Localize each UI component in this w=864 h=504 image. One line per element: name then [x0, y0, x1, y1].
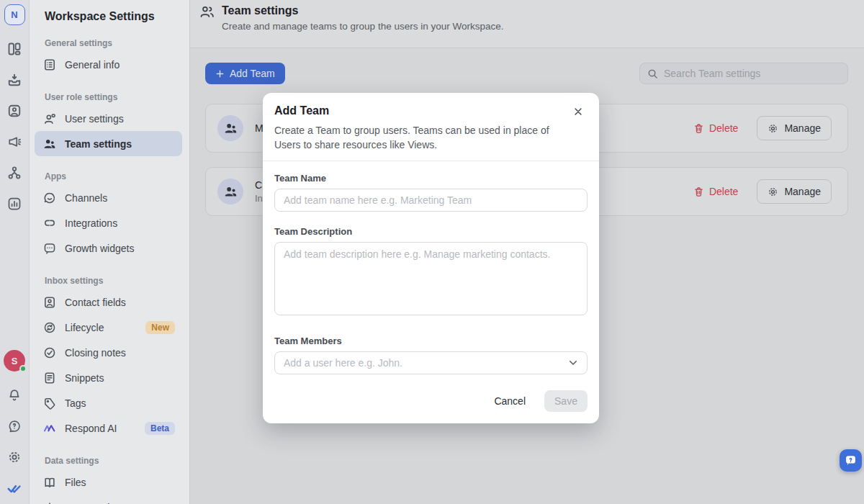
- close-button[interactable]: [570, 103, 588, 120]
- sidebar-item-label: Files: [65, 477, 86, 488]
- section-label-data-settings: Data settings: [45, 456, 182, 466]
- contacts-icon[interactable]: [7, 104, 22, 118]
- team-name-label: Team Name: [274, 173, 588, 184]
- team-people-icon: [224, 185, 238, 199]
- new-badge: New: [145, 321, 175, 334]
- search-box[interactable]: [639, 63, 848, 84]
- sidebar-item-contact-fields[interactable]: Contact fields: [35, 289, 182, 315]
- row-actions: Delete Manage: [693, 116, 832, 140]
- sidebar-item-label: Closing notes: [65, 347, 126, 359]
- team-description-label: Team Description: [274, 226, 588, 237]
- add-team-button[interactable]: Add Team: [205, 63, 285, 84]
- plus-icon: [215, 69, 225, 78]
- link-icon: [43, 217, 56, 230]
- sidebar-item-label: Snippets: [65, 372, 104, 384]
- team-people-icon: [224, 122, 238, 135]
- sidebar-item-label: Lifecycle: [65, 322, 104, 333]
- section-label-apps: Apps: [45, 171, 182, 181]
- save-button[interactable]: Save: [544, 390, 588, 412]
- sidebar-item-respond-ai[interactable]: Respond AI Beta: [35, 415, 182, 441]
- rail-bottom-group: S: [4, 350, 25, 504]
- user-avatar[interactable]: S: [4, 350, 25, 372]
- sidebar-item-team-settings[interactable]: Team settings: [35, 131, 182, 156]
- modal-description: Create a Team to group users. Teams can …: [274, 123, 588, 152]
- sidebar-item-files[interactable]: Files: [35, 469, 182, 495]
- settings-sidebar: Workspace Settings General settings Gene…: [30, 0, 190, 504]
- sidebar-item-lifecycle[interactable]: Lifecycle New: [35, 315, 182, 340]
- manage-label: Manage: [784, 186, 821, 197]
- sidebar-item-label: Integrations: [65, 217, 117, 229]
- add-team-modal: Add Team Create a Team to group users. T…: [263, 93, 599, 423]
- team-avatar: [217, 115, 243, 141]
- inbox-icon[interactable]: [7, 73, 22, 87]
- team-name-input[interactable]: [274, 189, 588, 212]
- page-subtitle: Create and manage teams to group the use…: [222, 21, 503, 32]
- modules-icon[interactable]: [7, 42, 22, 56]
- sidebar-item-growth-widgets[interactable]: Growth widgets: [35, 235, 182, 261]
- team-members-label: Team Members: [274, 336, 588, 346]
- broadcast-icon[interactable]: [7, 135, 22, 149]
- page-header: Team settings Create and manage teams to…: [190, 0, 864, 48]
- gear-icon: [768, 186, 778, 197]
- sidebar-item-label: User settings: [65, 113, 124, 125]
- sidebar-item-label: Tags: [65, 397, 86, 409]
- reports-icon[interactable]: [7, 197, 22, 211]
- delete-team-button[interactable]: Delete: [693, 186, 738, 197]
- sidebar-item-label: Contact fields: [65, 297, 126, 308]
- check-circle-icon: [43, 346, 56, 359]
- sidebar-item-channels[interactable]: Channels: [35, 185, 182, 210]
- sidebar-item-label: Respond AI: [65, 423, 117, 434]
- cancel-button[interactable]: Cancel: [494, 395, 526, 407]
- lifecycle-icon: [43, 321, 56, 334]
- sidebar-item-general-info[interactable]: General info: [35, 52, 182, 77]
- team-members-select[interactable]: [274, 351, 588, 374]
- search-input[interactable]: [664, 68, 840, 79]
- sidebar-item-integrations[interactable]: Integrations: [35, 210, 182, 235]
- section-label-inbox-settings: Inbox settings: [45, 276, 182, 286]
- settings-gear-icon[interactable]: [7, 450, 22, 464]
- sidebar-item-closing-notes[interactable]: Closing notes: [35, 340, 182, 365]
- trash-icon: [693, 186, 704, 197]
- manage-team-button[interactable]: Manage: [757, 179, 832, 204]
- beta-badge: Beta: [145, 422, 175, 435]
- manage-team-button[interactable]: Manage: [757, 116, 832, 140]
- sidebar-item-label: Contacts import: [65, 502, 135, 504]
- notifications-bell-icon[interactable]: [7, 388, 22, 402]
- trash-icon: [693, 123, 704, 134]
- workspace-logo[interactable]: N: [4, 4, 25, 25]
- sidebar-item-tags[interactable]: Tags: [35, 390, 182, 415]
- delete-label: Delete: [709, 186, 738, 197]
- workflows-icon[interactable]: [7, 166, 22, 180]
- sidebar-item-label: Team settings: [65, 138, 132, 150]
- row-actions: Delete Manage: [693, 179, 832, 204]
- team-description-input[interactable]: [274, 242, 588, 315]
- modal-body: Team Name Team Description Team Members …: [263, 161, 599, 423]
- section-label-general-settings: General settings: [45, 38, 182, 48]
- sidebar-item-snippets[interactable]: Snippets: [35, 365, 182, 390]
- help-bubble-icon[interactable]: [7, 419, 22, 433]
- user-gear-icon: [43, 112, 56, 125]
- modal-header: Add Team Create a Team to group users. T…: [263, 93, 599, 161]
- modal-title: Add Team: [274, 103, 329, 119]
- tag-icon: [43, 397, 56, 410]
- widget-bubble-icon: [43, 242, 56, 255]
- sidebar-item-user-settings[interactable]: User settings: [35, 106, 182, 131]
- page-header-text: Team settings Create and manage teams to…: [222, 3, 503, 48]
- toolbar: Add Team: [205, 63, 848, 84]
- support-chat-widget-button[interactable]: [840, 449, 862, 472]
- chat-bubble-icon: [43, 192, 56, 204]
- delete-team-button[interactable]: Delete: [693, 122, 738, 134]
- document-lines-icon: [43, 372, 56, 384]
- respond-ai-icon: [43, 422, 56, 435]
- team-members-input[interactable]: [274, 351, 588, 374]
- sidebar-item-label: Channels: [65, 192, 107, 204]
- sidebar-item-label: General info: [65, 59, 120, 71]
- sidebar-item-contacts-import[interactable]: Contacts import: [35, 495, 182, 504]
- modal-footer: Cancel Save: [274, 390, 588, 412]
- book-icon: [43, 476, 56, 489]
- section-label-user-role-settings: User role settings: [45, 92, 182, 102]
- app-root: N S Workspace Settings General settings …: [0, 0, 864, 504]
- search-icon: [647, 68, 658, 79]
- form-icon: [43, 58, 56, 71]
- sidebar-item-label: Growth widgets: [65, 243, 134, 254]
